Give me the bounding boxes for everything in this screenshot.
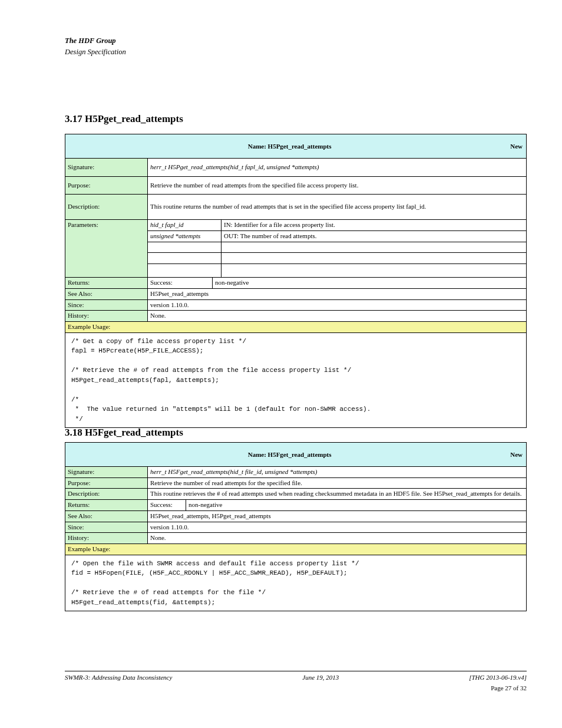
doc-type: Design Specification — [65, 48, 126, 56]
footer-left: SWMR-3: Addressing Data Inconsistency — [65, 674, 172, 681]
page-number: Page 27 of 32 — [491, 684, 527, 691]
param-name — [148, 264, 222, 278]
row-label: See Also: — [65, 289, 148, 300]
row-label: History: — [65, 311, 148, 322]
row-label: Since: — [65, 522, 148, 533]
row-label: Description: — [65, 195, 148, 220]
returns-status: Success: — [148, 500, 186, 511]
table-header: Name: H5Pget_read_attempts New — [65, 134, 526, 159]
param-desc — [222, 242, 526, 253]
example-header: Example Usage: — [65, 322, 526, 333]
api-table-2: Name: H5Fget_read_attempts New Signature… — [65, 442, 527, 611]
header-api-name: H5Fget_read_attempts — [268, 451, 332, 458]
status-badge: New — [510, 451, 523, 459]
section-heading: 3.17 H5Pget_read_attempts — [65, 113, 183, 125]
param-desc — [222, 264, 526, 278]
row-value: version 1.10.0. — [148, 522, 526, 533]
row-value: Retrieve the number of read attempts fro… — [148, 177, 526, 195]
row-label: Purpose: — [65, 177, 148, 195]
row-label: Purpose: — [65, 478, 148, 489]
row-label: Signature: — [65, 467, 148, 478]
page-header: The HDF Group Design Specification — [65, 35, 527, 58]
row-value: This routine returns the number of read … — [148, 195, 526, 220]
row-label: See Also: — [65, 511, 148, 522]
row-value: Retrieve the number of read attempts for… — [148, 478, 526, 489]
row-label: Returns: — [65, 278, 148, 289]
status-badge: New — [510, 143, 523, 151]
table-header: Name: H5Fget_read_attempts New — [65, 443, 526, 467]
org-name: The HDF Group — [65, 37, 116, 45]
param-desc: IN: Identifier for a file access propert… — [222, 220, 526, 231]
row-value: version 1.10.0. — [148, 300, 526, 311]
returns-status: Success: — [148, 278, 213, 289]
row-value: herr_t H5Pget_read_attempts(hid_t fapl_i… — [148, 159, 526, 177]
header-api-name: H5Pget_read_attempts — [268, 143, 332, 150]
param-name — [148, 253, 222, 264]
footer-right: [THG 2013-06-19.v4] — [469, 674, 527, 681]
row-label: Description: — [65, 489, 148, 500]
example-code: /* Open the file with SWMR access and de… — [65, 555, 526, 611]
param-desc: OUT: The number of read attempts. — [222, 231, 526, 242]
param-name: hid_t fapl_id — [148, 220, 222, 231]
row-label: Signature: — [65, 159, 148, 177]
api-table-1: Name: H5Pget_read_attempts New Signature… — [65, 134, 527, 428]
footer-mid: June 19, 2013 — [302, 674, 339, 681]
returns-value: non-negative — [213, 278, 526, 289]
example-header: Example Usage: — [65, 544, 526, 555]
row-value: This routine retrieves the # of read att… — [148, 489, 526, 500]
row-value: H5Pset_read_attempts, H5Pget_read_attemp… — [148, 511, 526, 522]
row-label: Returns: — [65, 500, 148, 511]
header-name-label: Name: — [248, 451, 266, 458]
page-footer: SWMR-3: Addressing Data Inconsistency Ju… — [65, 671, 527, 681]
param-name: unsigned *attempts — [148, 231, 222, 242]
row-value: None. — [148, 311, 526, 322]
section-heading: 3.18 H5Fget_read_attempts — [65, 427, 183, 439]
row-value: herr_t H5Fget_read_attempts(hid_t file_i… — [148, 467, 526, 478]
example-code: /* Get a copy of file access property li… — [65, 333, 526, 428]
row-value: H5Pset_read_attempts — [148, 289, 526, 300]
param-desc — [222, 253, 526, 264]
row-label: Parameters: — [65, 220, 148, 278]
row-value: None. — [148, 533, 526, 544]
param-name — [148, 242, 222, 253]
row-label: Since: — [65, 300, 148, 311]
row-label: History: — [65, 533, 148, 544]
header-name-label: Name: — [248, 143, 266, 150]
returns-value: non-negative — [186, 500, 526, 511]
